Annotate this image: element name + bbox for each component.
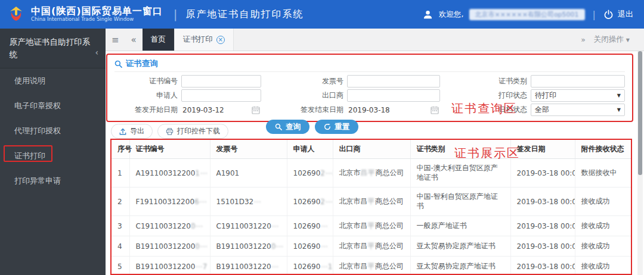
table-row[interactable]: 2 F1911003122006⋯ 15101D32⋯ 1026902⋯ 北京市… [112,188,632,216]
sidebar-item-eseal-authorization[interactable]: 电子印章授权 [0,93,106,118]
reset-button[interactable]: 重置 [315,120,358,134]
brand-logo-icon [6,4,26,24]
table-row[interactable]: 5 B191100312200⋯7 B19110031220⋯ 102690⋯1… [112,257,632,275]
expand-tabs-right-icon[interactable]: » [581,35,586,44]
menu-icon[interactable]: ≡ [106,29,125,51]
app-title: 原产地证书自助打印系统 [185,8,304,21]
col-header-attach-status: 附件接收状态 [575,140,632,159]
invoice-no-input[interactable] [347,75,440,88]
print-status-label: 打印状态 [444,90,527,101]
search-icon [275,123,282,130]
issue-end-date-input[interactable]: 2019-03-18 [347,104,440,116]
sidebar-collapse-icon[interactable]: ‹ [95,46,98,60]
close-operations-dropdown[interactable]: 关闭操作 ▼ [594,35,630,45]
sidebar-item-certificate-print[interactable]: 证书打印 [0,143,106,168]
sidebar-item-proxy-print-authorization[interactable]: 代理打印授权 [0,118,106,143]
brand-block: 中国(陕西)国际贸易单一窗口 China International Trade… [31,6,163,23]
cert-type-label: 证书类别 [444,76,527,86]
user-icon [422,9,434,20]
topbar-divider: | [174,7,178,21]
sidebar-item-print-exception-request[interactable]: 打印异常申请 [0,168,106,193]
archive-status-label: 归档状态 [444,105,527,115]
print-status-select[interactable]: 待打印 ▼ [531,89,625,102]
certificate-table-panel: 序号 证书编号 发票号 申请人 出口商 证书类别 签发日期 附件接收状态 1 A… [110,139,632,275]
issue-start-date-label: 签发开始日期 [114,105,178,115]
invoice-no-label: 发票号 [265,76,343,86]
col-header-invoice-no: 发票号 [210,140,287,159]
export-button[interactable]: 导出 [111,124,153,139]
col-header-cert-no: 证书编号 [129,140,210,159]
brand-title: 中国(陕西)国际贸易单一窗口 [31,6,163,17]
table-header-row: 序号 证书编号 发票号 申请人 出口商 证书类别 签发日期 附件接收状态 [112,140,632,159]
col-header-applicant: 申请人 [287,140,333,159]
calendar-icon[interactable] [431,106,439,114]
table-row[interactable]: 4 B1911003122000⋯ B191100312200⋯ 102690⋯… [112,236,632,257]
status-badge: 接收成功 [575,188,632,216]
search-button[interactable]: 查询 [266,120,309,134]
tab-bar: ≡ « 首页 证书打印 × » 关闭操作 ▼ [106,29,644,51]
search-icon [114,60,122,68]
welcome-text: 欢迎您, [439,10,463,20]
chevron-down-icon: ▼ [617,93,621,98]
tab-certificate-print[interactable]: 证书打印 × [174,29,234,51]
exporter-input[interactable] [347,89,440,102]
vertical-scrollbar[interactable] [637,51,643,275]
applicant-label: 申请人 [114,90,178,101]
close-tab-icon[interactable]: × [216,36,225,44]
col-header-issue-date: 签发日期 [510,140,575,159]
issue-end-date-label: 签发结束日期 [265,105,343,115]
redacted-username: 北京市××××××有限公司op5001 [469,9,585,20]
logout-label: 退出 [618,9,633,20]
topbar-separator: | [593,9,596,20]
table-row[interactable]: 1 A1911003122001⋯ A1901 1026902⋯3 北京市昌平商… [112,159,632,188]
status-badge: 接收成功 [575,236,632,257]
col-header-cert-type: 证书类别 [410,140,510,159]
sidebar-item-usage-instructions[interactable]: 使用说明 [0,68,106,93]
issue-start-date-input[interactable]: 2019-03-12 [181,104,261,116]
col-header-index: 序号 [112,140,129,159]
status-badge: 接收成功 [575,216,632,236]
table-row[interactable]: 3 C191100312200⋯ C19110031220⋯ 102690⋯ 北… [112,216,632,236]
sidebar: 原产地证书自助打印系统 ‹ 使用说明 电子印章授权 代理打印授权 证书打印 打印… [0,29,106,275]
status-badge: 数据接收中 [575,159,632,188]
col-header-exporter: 出口商 [333,140,410,159]
calendar-icon[interactable] [252,106,260,114]
brand-subtitle: China International Trade Single Window [31,17,163,23]
archive-status-select[interactable]: 全部 ▼ [531,104,625,116]
status-badge: 接收成功 [575,257,632,275]
export-icon [119,128,126,135]
exporter-label: 出口商 [265,90,343,101]
cert-no-label: 证书编号 [114,76,178,86]
collapse-tabs-left-icon[interactable]: « [125,29,143,51]
sidebar-title[interactable]: 原产地证书自助打印系统 ‹ [0,29,106,68]
certificate-query-panel: 证书查询 证书编号 发票号 证书类别 申请人 出口商 打印状态 待打印 ▼ 签发… [106,54,633,122]
table-toolbar: 导出 打印控件下载 [111,124,228,139]
chevron-down-icon: ▼ [626,38,630,43]
certificate-table: 序号 证书编号 发票号 申请人 出口商 证书类别 签发日期 附件接收状态 1 A… [112,140,632,275]
logout-button[interactable]: 退出 [603,9,633,20]
scrollbar-thumb[interactable] [638,51,642,175]
cert-no-input[interactable] [181,75,261,88]
query-panel-title: 证书查询 [114,58,625,72]
top-bar: 中国(陕西)国际贸易单一窗口 China International Trade… [0,0,644,29]
chevron-down-icon: ▼ [617,107,621,112]
tab-home[interactable]: 首页 [143,29,174,51]
cert-type-input[interactable] [531,75,625,88]
applicant-input[interactable] [181,89,261,102]
print-control-download-button[interactable]: 打印控件下载 [157,124,228,139]
refresh-icon [324,123,331,130]
power-icon [603,10,614,20]
printer-icon [166,128,174,135]
